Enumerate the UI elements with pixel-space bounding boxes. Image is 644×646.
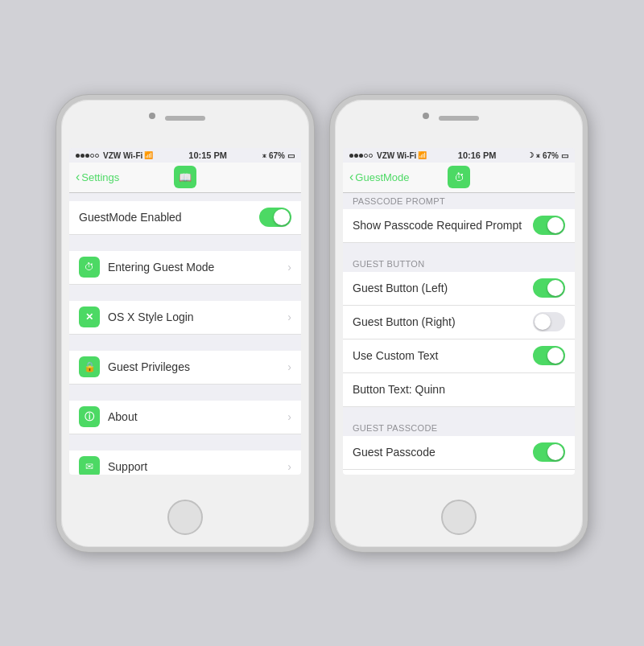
dot4 <box>90 154 94 158</box>
nav-icon-glyph-2: ⏱ <box>454 171 464 183</box>
bluetooth-icon-1: ⁎ <box>262 151 266 159</box>
dot5 <box>95 154 99 158</box>
list-item-about[interactable]: ⓘ About › <box>69 401 301 434</box>
custom-text-toggle[interactable] <box>533 346 565 365</box>
content-2: PASSCODE PROMPT Show Passcode Required P… <box>343 193 575 475</box>
guest-right-label: Guest Button (Right) <box>353 315 533 328</box>
osx-glyph: ✕ <box>85 311 93 323</box>
support-label: Support <box>108 460 287 473</box>
gap-5 <box>69 434 301 451</box>
list-item-guest-left[interactable]: Guest Button (Left) <box>343 272 575 306</box>
gap-4 <box>69 385 301 401</box>
list-item-entering-guest[interactable]: ⏱ Entering Guest Mode › <box>69 251 301 285</box>
status-left-1: VZW Wi-Fi 📶 <box>76 151 153 160</box>
gap-gb <box>343 243 575 256</box>
dot1 <box>76 154 80 158</box>
status-bar-1: VZW Wi-Fi 📶 10:15 PM ⁎ 67% ▭ <box>69 148 301 163</box>
status-right-1: ⁎ 67% ▭ <box>262 151 295 160</box>
osx-icon: ✕ <box>79 307 100 327</box>
list-item-osx[interactable]: ✕ OS X Style Login › <box>69 301 301 335</box>
dot2-3 <box>359 154 363 158</box>
content-1: GuestMode Enabled ⏱ Entering Guest Mode … <box>69 193 301 475</box>
camera-2 <box>423 113 429 119</box>
chevron-3: › <box>287 360 291 373</box>
back-label-2: GuestMode <box>355 171 409 183</box>
section-header-guest-passcode: GUEST PASSCODE <box>343 420 575 436</box>
list-item-show-passcode[interactable]: Show Passcode Required Prompt <box>343 209 575 243</box>
list-item-support[interactable]: ✉ Support › <box>69 451 301 475</box>
home-button-1[interactable] <box>167 500 203 535</box>
wifi-icon-2: 📶 <box>418 151 427 159</box>
about-glyph: ⓘ <box>85 410 94 424</box>
list-item-privileges[interactable]: 🔒 Guest Privileges › <box>69 351 301 385</box>
guestmode-enabled-toggle[interactable] <box>259 208 291 227</box>
list-item-guestmode-enabled[interactable]: GuestMode Enabled <box>69 201 301 235</box>
gap-top-1 <box>69 193 301 201</box>
dot2-1 <box>349 154 353 158</box>
carrier-1: VZW Wi-Fi <box>103 151 142 160</box>
back-label-1: Settings <box>81 171 119 183</box>
toggle-thumb-gr <box>535 314 551 330</box>
dot3 <box>85 154 89 158</box>
toggle-thumb <box>274 209 290 225</box>
toggle-thumb-gl <box>547 280 564 296</box>
back-icon-1: ‹ <box>76 171 80 183</box>
button-text-label: Button Text: Quinn <box>353 383 565 396</box>
back-icon-2: ‹ <box>349 171 353 183</box>
home-button-2[interactable] <box>441 500 477 535</box>
privileges-glyph: 🔒 <box>84 361 96 372</box>
back-button-1[interactable]: ‹ Settings <box>76 171 119 183</box>
gap-gp <box>343 407 575 420</box>
battery-icon-1: ▭ <box>287 151 295 160</box>
nav-icon-glyph-1: 📖 <box>179 171 192 183</box>
entering-guest-glyph: ⏱ <box>85 261 94 273</box>
gap-2 <box>69 285 301 301</box>
entering-guest-icon: ⏱ <box>79 257 100 278</box>
camera-1 <box>149 113 155 119</box>
list-item-guest-right[interactable]: Guest Button (Right) <box>343 306 575 339</box>
signal-1 <box>76 154 99 158</box>
chevron-4: › <box>287 410 291 423</box>
phone-1: VZW Wi-Fi 📶 10:15 PM ⁎ 67% ▭ ‹ Settings … <box>56 95 314 552</box>
screen-2: VZW Wi-Fi 📶 10:16 PM ☽ ⁎ 67% ▭ ‹ GuestMo… <box>343 148 575 475</box>
osx-label: OS X Style Login <box>108 311 287 323</box>
toggle-thumb-ct <box>547 348 564 364</box>
dot2-4 <box>364 154 368 158</box>
privileges-label: Guest Privileges <box>108 360 287 373</box>
support-glyph: ✉ <box>85 461 93 472</box>
battery-icon-2: ▭ <box>561 151 568 160</box>
wifi-icon-1: 📶 <box>144 151 153 159</box>
custom-text-label: Use Custom Text <box>353 349 533 362</box>
dot2-5 <box>369 154 373 158</box>
dot2-2 <box>354 154 358 158</box>
toggle-thumb-gp <box>547 444 564 460</box>
battery-1: 67% <box>269 151 285 160</box>
phone-2: VZW Wi-Fi 📶 10:16 PM ☽ ⁎ 67% ▭ ‹ GuestMo… <box>330 95 588 552</box>
show-passcode-label: Show Passcode Required Prompt <box>353 219 533 232</box>
guest-passcode-toggle[interactable] <box>533 442 565 462</box>
support-icon: ✉ <box>79 456 100 475</box>
gap-1 <box>69 235 301 251</box>
time-1: 10:15 PM <box>188 150 227 160</box>
back-button-2[interactable]: ‹ GuestMode <box>349 171 410 183</box>
guest-left-label: Guest Button (Left) <box>353 282 533 294</box>
battery-2: 67% <box>543 151 559 160</box>
carrier-2: VZW Wi-Fi <box>377 151 416 160</box>
toggle-thumb-sp <box>547 217 564 233</box>
moon-icon-2: ☽ <box>527 151 534 159</box>
nav-icon-2: ⏱ <box>448 166 470 188</box>
time-2: 10:16 PM <box>458 150 497 160</box>
nav-bar-1: ‹ Settings 📖 <box>69 163 301 193</box>
status-right-2: ☽ ⁎ 67% ▭ <box>527 151 568 160</box>
chevron-5: › <box>287 460 291 473</box>
status-left-2: VZW Wi-Fi 📶 <box>349 151 427 160</box>
screen-1: VZW Wi-Fi 📶 10:15 PM ⁎ 67% ▭ ‹ Settings … <box>69 148 301 475</box>
about-label: About <box>108 410 287 423</box>
list-item-guest-passcode[interactable]: Guest Passcode <box>343 436 575 470</box>
guest-right-toggle[interactable] <box>533 312 565 331</box>
show-passcode-toggle[interactable] <box>533 216 565 235</box>
chevron-1: › <box>287 261 291 274</box>
guest-passcode-label: Guest Passcode <box>353 446 533 459</box>
list-item-custom-text[interactable]: Use Custom Text <box>343 339 575 373</box>
guest-left-toggle[interactable] <box>533 278 565 298</box>
